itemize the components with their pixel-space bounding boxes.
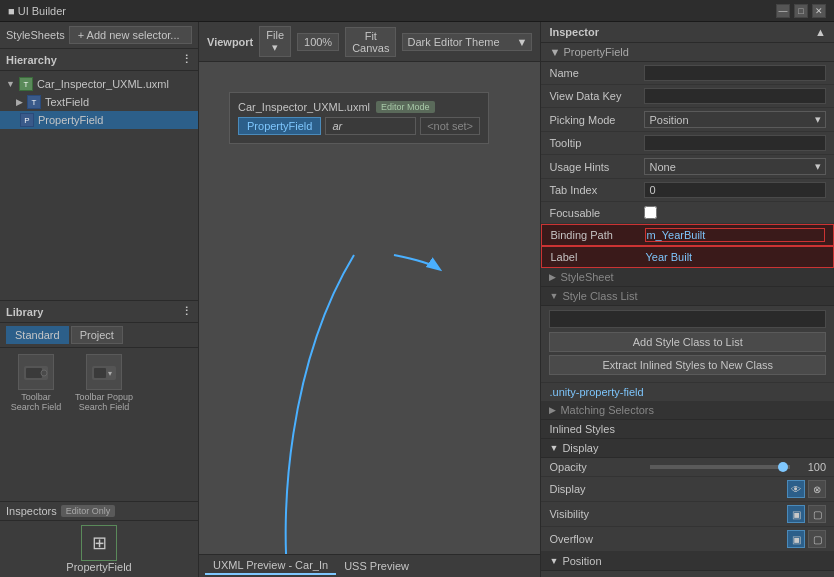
tab-project[interactable]: Project [71,326,123,344]
lib-item-icon-popup-search: ▾ [86,354,122,390]
display-toggle-hidden[interactable]: ⊗ [808,480,826,498]
close-button[interactable]: ✕ [812,4,826,18]
library-content: Toolbar Search Field ▾ Toolbar Popup Sea… [0,348,198,501]
visibility-toggle-visible[interactable]: ▣ [787,505,805,523]
opacity-value: 100 [796,461,826,473]
viewport-label: Viewport [207,36,253,48]
title-bar-controls: — □ ✕ [776,4,826,18]
right-panel: Inspector ▲ ▼ PropertyField Name View Da… [540,22,834,577]
tree-item-uxml[interactable]: ▼ T Car_Inspector_UXML.uxml [0,75,198,93]
prop-label-pickingmode: Picking Mode [549,114,644,126]
prop-label-bindingpath: Binding Path [550,229,645,241]
inspector-panel-title: Inspector [549,26,599,38]
canvas-area[interactable]: Car_Inspector_UXML.uxml Editor Mode Prop… [199,62,540,554]
main-layout: StyleSheets + Add new selector... Hierar… [0,22,834,577]
opacity-label: Opacity [549,461,644,473]
hierarchy-more-icon[interactable]: ⋮ [181,53,192,66]
tree-icon-pf: P [20,113,34,127]
extract-inlined-button[interactable]: Extract Inlined Styles to New Class [549,355,826,375]
tree-item-textfield[interactable]: ▶ T TextField [0,93,198,111]
prop-row-tabindex: Tab Index [541,179,834,202]
overflow-toggle-visible[interactable]: ▣ [787,530,805,548]
display-label: Display [549,483,644,495]
chevron-down-icon-2: ▾ [815,160,821,173]
prop-label-tabindex: Tab Index [549,184,644,196]
tab-standard[interactable]: Standard [6,326,69,344]
prop-row-tooltip: Tooltip [541,132,834,155]
prop-input-viewdatakey[interactable] [644,88,826,104]
prop-select-usagehints[interactable]: None ▾ [644,158,826,175]
prop-label-label: Label [550,251,645,263]
prop-row-viewdatakey: View Data Key [541,85,834,108]
position-section-header[interactable]: ▼ Position [541,552,834,571]
opacity-row: Opacity 100 [541,458,834,477]
overflow-label: Overflow [549,533,644,545]
tab-uxml-preview[interactable]: UXML Preview - Car_In [205,557,336,575]
style-class-input[interactable] [549,310,826,328]
add-style-class-button[interactable]: Add Style Class to List [549,332,826,352]
lib-item-label-toolbar-search: Toolbar Search Field [6,392,66,412]
library-more-icon[interactable]: ⋮ [181,305,192,318]
add-selector-button[interactable]: + Add new selector... [69,26,192,44]
theme-select-label: Dark Editor Theme [407,36,499,48]
section-divider-matching[interactable]: ▶ Matching Selectors [541,401,834,420]
inspector-item-propertyfield[interactable]: ⊞ PropertyField [0,521,198,577]
prop-checkbox-focusable[interactable] [644,206,657,219]
prop-row-name: Name [541,62,834,85]
theme-select[interactable]: Dark Editor Theme ▼ [402,33,532,51]
prop-select-pickingmode[interactable]: Position ▾ [644,111,826,128]
stylesheets-label: StyleSheets [6,29,65,41]
section-triangle-display: ▼ [549,443,558,453]
prop-label-tooltip: Tooltip [549,137,644,149]
hierarchy-section: Hierarchy ⋮ ▼ T Car_Inspector_UXML.uxml … [0,49,198,301]
lib-item-toolbar-search[interactable]: Toolbar Search Field [4,352,68,497]
opacity-slider[interactable] [650,465,790,469]
chevron-down-icon: ▾ [815,113,821,126]
fit-canvas-button[interactable]: Fit Canvas [345,27,396,57]
property-field-input[interactable]: ar [325,117,416,135]
maximize-button[interactable]: □ [794,4,808,18]
svg-point-2 [41,370,47,376]
tree-icon-uxml: T [19,77,33,91]
hierarchy-content: ▼ T Car_Inspector_UXML.uxml ▶ T TextFiel… [0,71,198,300]
prop-row-focusable: Focusable [541,202,834,224]
hierarchy-header: Hierarchy ⋮ [0,49,198,71]
lib-item-icon-toolbar-search [18,354,54,390]
tree-item-propertyfield[interactable]: P PropertyField [0,111,198,129]
prop-label-viewdatakey: View Data Key [549,90,644,102]
tab-uss-preview[interactable]: USS Preview [336,558,417,574]
visibility-label: Visibility [549,508,644,520]
lib-item-popup-search[interactable]: ▾ Toolbar Popup Search Field [72,352,136,497]
svg-rect-1 [26,368,42,378]
library-tabs: Standard Project [0,323,198,348]
prop-input-tooltip[interactable] [644,135,826,151]
prop-input-name[interactable] [644,65,826,81]
section-triangle-stylesheet: ▶ [549,272,556,282]
overflow-toggle-hidden[interactable]: ▢ [808,530,826,548]
section-label-styleclasslist: Style Class List [562,290,637,302]
visibility-toggle-hidden[interactable]: ▢ [808,505,826,523]
prop-row-usagehints: Usage Hints None ▾ [541,155,834,179]
prop-label-usagehints: Usage Hints [549,161,644,173]
inspector-subheader[interactable]: ▼ PropertyField [541,43,834,62]
library-section: Library ⋮ Standard Project Toolbar Searc… [0,301,198,501]
inspector-collapse-icon[interactable]: ▲ [815,26,826,38]
section-divider-stylesheet[interactable]: ▶ StyleSheet [541,268,834,287]
display-toggle-visible[interactable]: 👁 [787,480,805,498]
inlined-styles-header: Inlined Styles [541,420,834,439]
zoom-button[interactable]: 100% [297,33,339,51]
overflow-toggle-icons: ▣ ▢ [787,530,826,548]
display-section-header[interactable]: ▼ Display [541,439,834,458]
file-button[interactable]: File ▾ [259,26,291,57]
prop-value-label: Year Built [645,251,825,263]
prop-input-tabindex[interactable] [644,182,826,198]
minimize-button[interactable]: — [776,4,790,18]
section-label-display: Display [562,442,598,454]
prop-row-label: Label Year Built [541,246,834,268]
section-divider-styleclasslist[interactable]: ▼ Style Class List [541,287,834,306]
display-toggle-icons: 👁 ⊗ [787,480,826,498]
svg-text:▾: ▾ [108,369,112,378]
inspectors-header: Inspectors Editor Only [0,502,198,521]
property-field-label: PropertyField [238,117,321,135]
overflow-row: Overflow ▣ ▢ [541,527,834,552]
